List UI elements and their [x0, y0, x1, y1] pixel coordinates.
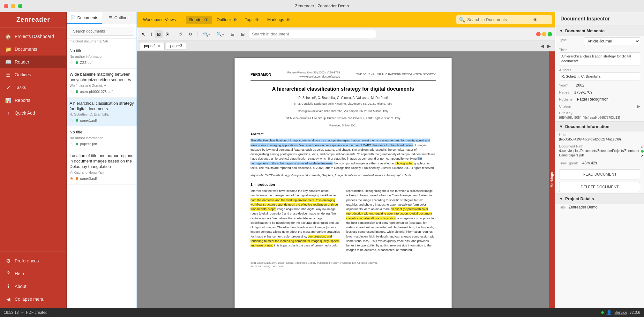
doc-content[interactable]: PERGAMON Pattern Recognition 35 (2002) 1…	[137, 51, 549, 308]
sidebar-item-collapse[interactable]: ◀ Collapse menu	[0, 293, 66, 306]
journal-info: Pattern Recognition 35 (2002) 1759-1769 …	[287, 71, 340, 79]
zoom-out-btn[interactable]: 🔍-	[200, 30, 213, 38]
sidebar-item-tasks[interactable]: ✓ Tasks	[0, 81, 66, 94]
star-path-icon[interactable]: ☆	[640, 144, 644, 149]
close-viewer-btn[interactable]	[536, 32, 541, 36]
tags-btn[interactable]: Tags 👁	[242, 16, 263, 24]
collapse-arrow-icon: ▼	[559, 196, 563, 201]
abstract-label: Abstract	[251, 132, 436, 137]
sidebar-item-preferences[interactable]: ⚙ Preferences	[0, 254, 66, 267]
search-in-documents[interactable]: 🔍 👁	[456, 15, 552, 24]
time-spent-row: Time Spent: 43m 42s	[555, 160, 644, 167]
star-icon[interactable]: ☆	[70, 89, 74, 94]
sidebar-item-reader[interactable]: 📖 Reader	[0, 56, 66, 68]
minimize-button[interactable]	[11, 4, 15, 8]
list-item[interactable]: No title No author information ☆ ZZZ.pdf	[67, 45, 137, 69]
max-viewer-btn[interactable]	[548, 32, 552, 36]
tab-documents[interactable]: 📄 Documents	[67, 12, 102, 24]
min-viewer-btn[interactable]	[542, 32, 546, 36]
fit-page-btn[interactable]: ⊞	[238, 30, 247, 38]
copy-tool[interactable]: ⎘	[164, 30, 170, 38]
collapse-arrow-icon: ▼	[559, 124, 563, 129]
version-text: v2.0.6	[630, 310, 640, 315]
dot-path-icon	[641, 150, 644, 153]
close-button[interactable]	[4, 4, 8, 8]
doc-author: Yi Xiao and Hong Yan	[70, 170, 134, 174]
eye-icon: 👁	[255, 17, 259, 22]
search-in-doc-input[interactable]	[249, 30, 376, 38]
search-in-docs-input[interactable]	[467, 17, 531, 22]
section-label: Document Information	[565, 124, 610, 129]
list-item[interactable]: Wide baseline matching between unsynchro…	[67, 69, 137, 98]
zoom-in-btn[interactable]: 🔍+	[214, 30, 227, 38]
sidebar-item-label: Preferences	[15, 258, 39, 263]
citation-row[interactable]: Citation ▶	[555, 103, 644, 110]
cursor-tool[interactable]: ↖	[140, 30, 147, 38]
sidebar-item-label: Collapse menu	[15, 297, 44, 302]
sidebar-item-projects-dashboard[interactable]: 🏠 Projects Dashboard	[0, 30, 66, 43]
undo-btn[interactable]: ↺	[176, 30, 185, 38]
year-value: 2002	[576, 83, 585, 87]
type-select[interactable]: Article Journal Book Conference	[584, 37, 640, 45]
collapse-icon: ◀	[5, 296, 11, 302]
metadata-section-header[interactable]: ▼ Document Metadata	[555, 26, 644, 36]
project-title-value: Zenreader Demo	[568, 205, 597, 209]
authors-label: Authors	[559, 68, 640, 72]
list-item[interactable]: No title No author information ☆ paper2.…	[67, 126, 137, 150]
service-link[interactable]: Service	[614, 310, 627, 315]
outliner-btn[interactable]: Outliner 👁	[213, 16, 240, 24]
sidebar-item-help[interactable]: ? Help	[0, 267, 66, 280]
external-link-icon[interactable]: ↗	[640, 154, 644, 158]
search-input[interactable]	[70, 27, 134, 36]
sidebar: Zenreader 🏠 Projects Dashboard 📁 Documen…	[0, 12, 67, 308]
text-tool[interactable]: I	[149, 30, 154, 38]
redo-btn[interactable]: ↻	[186, 30, 195, 38]
list-item[interactable]: Location of title and author regions in …	[67, 150, 137, 185]
sidebar-item-reports[interactable]: 📊 Reports	[0, 94, 66, 107]
maximize-button[interactable]	[18, 4, 22, 8]
cite-key-label: Cite Key	[559, 111, 640, 115]
sidebar-item-label: Tasks	[15, 85, 26, 90]
folder-icon: 📁	[5, 46, 11, 52]
authors-value[interactable]: R. Schettini, C. Brambilla	[559, 72, 640, 80]
workspace-views-btn[interactable]: Workspace Views —	[140, 16, 185, 24]
main-container: Zenreader 🏠 Projects Dashboard 📁 Documen…	[0, 12, 644, 308]
project-section-header[interactable]: ▼ Project Details	[555, 194, 644, 204]
next-arrow[interactable]: ▶	[546, 43, 552, 49]
reader-btn[interactable]: Reader 👁	[186, 16, 212, 24]
uuid-field: Uuid (fe5d0d53-4199-4dc9-b9d2-c82c44a1e3…	[555, 132, 644, 143]
status-time: 16:53:13	[4, 310, 19, 315]
select-tool[interactable]: ⊠	[155, 30, 163, 38]
doc-info-header[interactable]: ▼ Document Information	[555, 122, 644, 132]
doc-meta: ☆ ZZZ.pdf	[70, 60, 134, 65]
sidebar-item-label: Documents	[15, 47, 37, 52]
sidebar-item-outlines[interactable]: ☰ Outlines	[0, 68, 66, 81]
cite-key-field: Cite Key {6f94d98c-8054-45cf-aea9-b66578…	[555, 110, 644, 121]
title-value[interactable]: A hierarchical classilcation strategy fo…	[559, 52, 640, 65]
list-item[interactable]: A hierarchical classilcation strategy fo…	[67, 98, 137, 127]
sidebar-item-about[interactable]: ℹ About	[0, 280, 66, 293]
doc-meta: ☆ paper1.pdf	[70, 118, 134, 123]
sidebar-item-documents[interactable]: 📁 Documents	[0, 43, 66, 56]
tab-paper1[interactable]: paper1 ✕	[140, 42, 165, 50]
markings-btn[interactable]: Markings 👁	[264, 16, 293, 24]
close-tab-icon[interactable]: ✕	[158, 44, 161, 48]
star-icon[interactable]: ☆	[70, 118, 74, 123]
tab-paper3[interactable]: paper3	[166, 42, 186, 50]
delete-document-button[interactable]: DELETE DOCUMENT	[559, 182, 640, 192]
status-right: 👤 Service v2.0.6	[601, 310, 640, 315]
sidebar-item-quick-add[interactable]: ＋ Quick Add	[0, 107, 66, 119]
citation-expand-icon[interactable]: ▶	[637, 104, 640, 109]
body-col2: reproduction. Recognizing the class to w…	[346, 189, 436, 253]
markings-sidebar[interactable]: Markings	[549, 51, 555, 308]
path-label: Document Path	[559, 144, 639, 148]
star-icon[interactable]: ☆	[70, 60, 74, 65]
tab-outlines[interactable]: ☰ Outlines	[102, 12, 137, 24]
prev-arrow[interactable]: ◀	[539, 43, 545, 49]
project-title-row: Title: Zenreader Demo	[555, 204, 644, 211]
star-icon[interactable]: ★	[70, 176, 74, 181]
read-document-button[interactable]: READ DOCUMENT	[559, 169, 640, 179]
fit-width-btn[interactable]: ⊟	[228, 30, 237, 38]
star-icon[interactable]: ☆	[70, 141, 74, 147]
path-field: Document Path /Users/leapian/Documents/Z…	[555, 143, 644, 160]
